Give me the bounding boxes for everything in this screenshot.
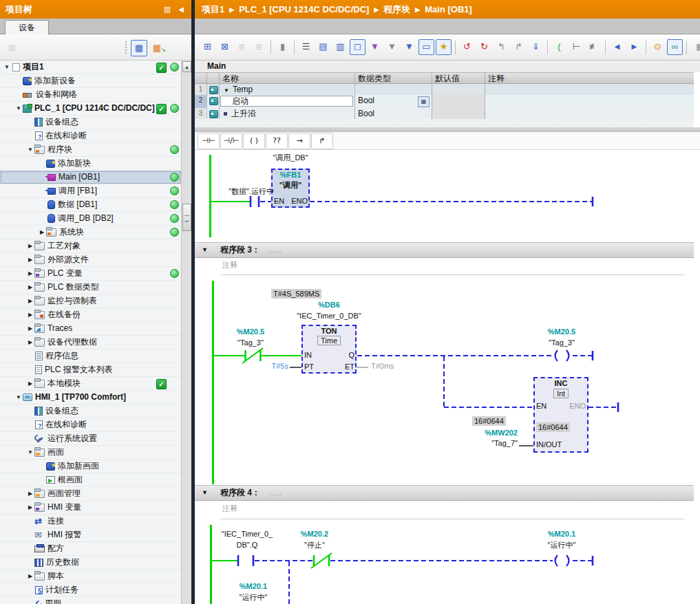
chevron-down-icon[interactable]: ▼: [26, 143, 34, 156]
sidebar-item-history-data-36[interactable]: 历史数据: [0, 556, 181, 570]
sidebar-item-folder-local-modules-23[interactable]: ▶本地模块✓: [0, 377, 181, 391]
sidebar-item-folder-types-16[interactable]: ▶PLC 数据类型: [0, 281, 181, 294]
sidebar-item-folder-watch-17[interactable]: ▶监控与强制表: [0, 294, 181, 308]
sidebar-item-folder-screens-28[interactable]: ▼画面: [0, 446, 181, 460]
insert-network-icon[interactable]: ⊞: [200, 39, 215, 55]
previous-error-icon[interactable]: ↺: [459, 39, 475, 55]
sidebar-item-add-new-1[interactable]: 添加新设备: [0, 74, 181, 88]
sidebar-item-project-doc-0[interactable]: ▼项目1✓: [0, 61, 181, 74]
favorite-contact-closed-icon[interactable]: ⊣/⊢: [220, 133, 242, 149]
sidebar-item-folder-system-12[interactable]: ▶系统块: [0, 226, 181, 239]
collapse-network-icon[interactable]: ▼: [202, 486, 208, 500]
sidebar-item-cycles-39[interactable]: 周期: [0, 597, 181, 604]
column-data-type[interactable]: 数据类型: [355, 73, 432, 83]
name-edit-field[interactable]: 启动: [220, 96, 353, 107]
cell-data-type[interactable]: [355, 84, 432, 95]
cell-data-type[interactable]: Bool▦: [355, 95, 432, 108]
contact-name[interactable]: "Tag_3": [227, 338, 274, 347]
chevron-down-icon[interactable]: ▼: [3, 61, 11, 74]
table-row-selected[interactable]: 2 启动 Bool▦: [195, 95, 694, 108]
sidebar-item-hmi-alarms-34[interactable]: HMI 报警: [0, 528, 181, 542]
synchronize-call-icon[interactable]: ↱: [511, 39, 527, 55]
network-4[interactable]: 注释 "IEC_Tim: [195, 501, 700, 604]
cell-data-type[interactable]: Bool: [355, 108, 432, 119]
breadcrumb-item[interactable]: PLC_1 [CPU 1214C DC/DC/DC]: [239, 4, 369, 14]
chevron-down-icon[interactable]: ▼: [14, 391, 23, 404]
cell-name[interactable]: ▼Temp: [220, 84, 355, 95]
sidebar-item-ob-block-8[interactable]: Main [OB1]: [0, 171, 181, 184]
sidebar-item-online-diag-5[interactable]: 在线和诊断: [0, 129, 181, 143]
breadcrumb-item[interactable]: Main [OB1]: [425, 4, 472, 14]
table-row[interactable]: 3 上升沿 Bool: [195, 108, 694, 119]
delete-network-icon[interactable]: ⊠: [217, 39, 233, 55]
sidebar-item-device-config-25[interactable]: 设备组态: [0, 405, 181, 418]
sidebar-item-db-block-11[interactable]: 调用_DB [DB2]: [0, 212, 181, 226]
chevron-right-icon[interactable]: ▶: [26, 377, 34, 390]
tree-scrollbar[interactable]: ▲: [181, 61, 191, 604]
tab-devices[interactable]: 设备: [5, 20, 49, 35]
sidebar-item-folder-hmi-tags-32[interactable]: ▶HMI 变量: [0, 501, 181, 515]
breadcrumb-item[interactable]: 项目1: [202, 4, 224, 14]
network-2[interactable]: "数据".运行中 "调用_DB" %FB1 "调用" EN ENO: [195, 150, 700, 242]
sidebar-item-folder-proxy-20[interactable]: ▶设备代理数据: [0, 336, 181, 349]
ladder-editor[interactable]: "数据".运行中 "调用_DB" %FB1 "调用" EN ENO ▼ 程序段 …: [195, 150, 700, 604]
sidebar-item-folder-tech-13[interactable]: ▶工艺对象: [0, 239, 181, 253]
sidebar-item-device-config-4[interactable]: 设备组态: [0, 116, 181, 129]
chevron-right-icon[interactable]: ▶: [26, 267, 34, 280]
collapse-network-icon[interactable]: ▼: [202, 243, 208, 257]
sidebar-item-folder-program-6[interactable]: ▼程序块: [0, 143, 181, 157]
network-list-icon[interactable]: ▥: [332, 39, 348, 55]
instance-db-label[interactable]: "调用_DB": [263, 153, 318, 162]
monitoring-on-off-icon[interactable]: ∞: [667, 39, 683, 55]
block-interface-icon[interactable]: ▮: [275, 39, 290, 55]
sidebar-item-root-screen-30[interactable]: 根画面: [0, 473, 181, 487]
data-type-picker-button[interactable]: ▦: [418, 96, 429, 107]
insert-statement-icon[interactable]: ⊢: [569, 39, 584, 55]
timer-db-name[interactable]: "IEC_Timer_0_DB": [267, 311, 391, 321]
pt-constant[interactable]: T#5s: [264, 361, 288, 371]
chevron-right-icon[interactable]: ▶: [26, 281, 34, 294]
sidebar-item-program-info-21[interactable]: 程序信息: [0, 349, 181, 363]
open-all-networks-icon[interactable]: ▭: [418, 39, 434, 55]
sidebar-item-scheduled-tasks-38[interactable]: 计划任务: [0, 583, 181, 597]
sidebar-item-folder-sources-14[interactable]: ▶外部源文件: [0, 253, 181, 267]
expand-temp-icon[interactable]: ▼: [224, 87, 229, 94]
network-3[interactable]: 注释: [195, 258, 700, 485]
network-3-header[interactable]: ▼ 程序段 3： .....: [195, 242, 694, 258]
open-parenthesis-icon[interactable]: (: [551, 39, 567, 55]
network-4-header[interactable]: ▼ 程序段 4： .....: [195, 485, 694, 501]
chevron-right-icon[interactable]: ▶: [26, 308, 34, 321]
sidebar-item-folder-traces-19[interactable]: ▶Traces: [0, 322, 181, 336]
table-editor-divider[interactable]: [195, 127, 700, 132]
collapse-panel-icon[interactable]: ◀: [175, 0, 187, 19]
sidebar-item-devices-networks-2[interactable]: 设备和网络: [0, 88, 181, 102]
sidebar-item-folder-backup-18[interactable]: ▶在线备份: [0, 308, 181, 322]
chevron-right-icon[interactable]: ▶: [26, 322, 34, 335]
sidebar-item-runtime-settings-27[interactable]: 运行系统设置: [0, 432, 181, 446]
coil-name[interactable]: "运行中": [539, 540, 584, 550]
column-name[interactable]: 名称: [220, 73, 355, 83]
contact1-name-line2[interactable]: DB".Q: [209, 540, 286, 550]
chevron-down-icon[interactable]: ▼: [14, 102, 23, 115]
go-online-search-icon[interactable]: ⊙: [650, 39, 666, 55]
sidebar-item-folder-screen-mgmt-31[interactable]: ▶画面管理: [0, 487, 181, 501]
chevron-right-icon[interactable]: ▶: [26, 570, 34, 583]
scroll-up-button[interactable]: ▲: [182, 61, 191, 72]
scrollbar-thumb[interactable]: [182, 204, 191, 231]
insert-row-icon[interactable]: ≣: [234, 39, 250, 55]
favorite-contact-open-icon[interactable]: ⊣⊢: [198, 133, 220, 149]
toggle-comments-icon[interactable]: ◻: [350, 39, 365, 55]
chevron-right-icon[interactable]: ▶: [26, 294, 34, 308]
column-default-value[interactable]: 默认值: [432, 73, 485, 83]
chevron-right-icon[interactable]: ▶: [26, 487, 34, 500]
sidebar-item-add-new-29[interactable]: 添加新画面: [0, 460, 181, 473]
sidebar-item-add-new-7[interactable]: 添加新块: [0, 157, 181, 171]
favorite-close-branch-icon[interactable]: ↱: [311, 133, 333, 149]
contact1-name-line1[interactable]: "IEC_Timer_0_: [209, 529, 286, 539]
breadcrumb-item[interactable]: 程序块: [383, 4, 410, 14]
sidebar-item-hmi-device-24[interactable]: ▼HMI_1 [TP700 Comfort]: [0, 391, 181, 405]
new-item-icon[interactable]: ⊞: [3, 40, 20, 56]
sidebar-item-fb-block-9[interactable]: 调用 [FB1]: [0, 184, 181, 198]
data-block-icon[interactable]: ▮: [690, 39, 700, 55]
operand-representation-icon[interactable]: ▼: [367, 39, 383, 55]
